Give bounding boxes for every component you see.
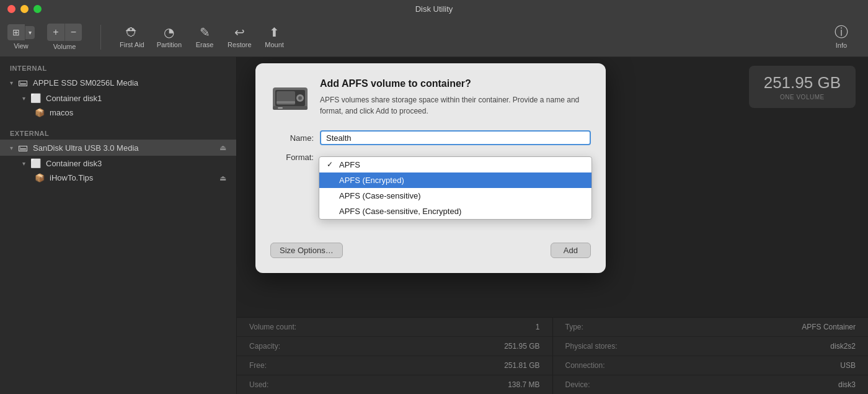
dialog-overlay: Add APFS volume to container? APFS volum… [237, 57, 868, 394]
toolbar-separator [100, 25, 101, 50]
format-option-label: APFS (Case-sensitive, Encrypted) [339, 207, 461, 216]
check-icon: ✓ [327, 160, 335, 169]
dialog-description: APFS volumes share storage space within … [320, 94, 591, 117]
drive-icon [270, 78, 310, 118]
triangle-icon: ▾ [22, 160, 25, 167]
content-area: 251.95 GB ONE VOLUME [237, 57, 868, 394]
traffic-lights [7, 5, 42, 13]
format-dropdown-menu[interactable]: ✓ APFS APFS (Encrypted) APFS (Case-sensi [319, 156, 592, 220]
format-option-apfs-encrypted[interactable]: APFS (Encrypted) [319, 172, 591, 188]
internal-section-label: Internal [0, 60, 236, 74]
mount-label: Mount [265, 41, 284, 48]
title-bar: Disk Utility [0, 0, 868, 17]
name-row: Name: [270, 130, 591, 145]
dialog-buttons: Size Options… Add [270, 243, 591, 258]
name-label: Name: [270, 133, 314, 143]
info-label: Info [836, 42, 847, 49]
sidebar-item-label: macos [50, 108, 73, 117]
add-button[interactable]: Add [551, 243, 591, 258]
add-volume-button[interactable]: + [47, 24, 64, 41]
sidebar-item-label: APPLE SSD SM0256L Media [33, 78, 138, 87]
triangle-icon: ▾ [10, 145, 13, 151]
main-area: Internal ▾ 🖴 APPLE SSD SM0256L Media ▾ ⬜… [0, 57, 868, 394]
name-input[interactable] [320, 130, 591, 145]
external-section-label: External [0, 125, 236, 140]
restore-button[interactable]: ↩ Restore [221, 22, 258, 52]
svg-point-5 [298, 96, 302, 100]
sidebar-item-container-disk3[interactable]: ▾ ⬜ Container disk3 [0, 156, 236, 171]
partition-button[interactable]: ◔ Partition [151, 22, 188, 52]
volume-icon: 📦 [35, 173, 45, 182]
add-apfs-dialog: Add APFS volume to container? APFS volum… [255, 63, 606, 273]
info-button[interactable]: ⓘ Info [825, 22, 858, 53]
sidebar-item-container-disk1[interactable]: ▾ ⬜ Container disk1 [0, 91, 236, 105]
eject-icon: ⏏ [219, 174, 226, 182]
view-icon-button[interactable]: ⊞ [7, 24, 25, 40]
format-option-label: APFS (Encrypted) [339, 176, 404, 185]
minimize-button[interactable] [20, 5, 29, 13]
mount-button[interactable]: ⬆ Mount [258, 22, 291, 52]
partition-label: Partition [157, 41, 182, 48]
volume-icon: 📦 [35, 108, 45, 117]
first-aid-icon: ⛑ [126, 26, 138, 38]
dialog-form: Name: Format: ✓ APFS [270, 130, 591, 162]
partition-icon: ◔ [164, 26, 174, 38]
first-aid-label: First Aid [120, 41, 144, 48]
info-icon: ⓘ [835, 25, 848, 39]
maximize-button[interactable] [33, 5, 42, 13]
svg-rect-7 [278, 107, 283, 109]
restore-icon: ↩ [234, 26, 245, 38]
eject-icon: ⏏ [219, 143, 226, 152]
disk-icon: 🖴 [18, 142, 28, 153]
erase-icon: ✎ [200, 26, 210, 38]
first-aid-button[interactable]: ⛑ First Aid [113, 22, 151, 52]
erase-button[interactable]: ✎ Erase [188, 22, 221, 52]
format-row: Format: ✓ APFS APFS (Encrypted) [270, 153, 591, 162]
format-label: Format: [270, 153, 314, 162]
sidebar-item-label: Container disk3 [46, 159, 102, 168]
triangle-icon: ▾ [10, 79, 13, 86]
sidebar-item-sandisk[interactable]: ▾ 🖴 SanDisk Ultra USB 3.0 Media ⏏ [0, 140, 236, 156]
sidebar: Internal ▾ 🖴 APPLE SSD SM0256L Media ▾ ⬜… [0, 57, 237, 394]
view-dropdown-button[interactable]: ▾ [25, 26, 35, 39]
window-title: Disk Utility [415, 4, 453, 14]
remove-volume-button[interactable]: − [64, 24, 82, 41]
toolbar: ⊞ ▾ View + − Volume ⛑ First Aid ◔ Partit… [0, 17, 868, 57]
view-control[interactable]: ⊞ ▾ [7, 24, 35, 40]
sidebar-item-label: SanDisk Ultra USB 3.0 Media [33, 143, 139, 153]
sidebar-item-apple-ssd[interactable]: ▾ 🖴 APPLE SSD SM0256L Media [0, 74, 236, 91]
dialog-header: Add APFS volume to container? APFS volum… [270, 78, 591, 118]
format-option-label: APFS (Case-sensitive) [339, 191, 420, 200]
view-label: View [14, 42, 29, 50]
container-icon: ⬜ [30, 158, 41, 168]
size-options-button[interactable]: Size Options… [270, 243, 343, 258]
dialog-text: Add APFS volume to container? APFS volum… [320, 78, 591, 117]
container-icon: ⬜ [30, 93, 41, 103]
format-option-apfs-case-encrypted[interactable]: APFS (Case-sensitive, Encrypted) [319, 204, 591, 219]
volume-control[interactable]: + − [47, 24, 82, 41]
sidebar-item-ihowto[interactable]: 📦 iHowTo.Tips ⏏ [0, 171, 236, 185]
erase-label: Erase [196, 41, 214, 48]
disk-icon: 🖴 [18, 77, 28, 88]
format-option-label: APFS [339, 160, 360, 169]
sidebar-item-label: iHowTo.Tips [50, 173, 93, 182]
close-button[interactable] [7, 5, 16, 13]
mount-icon: ⬆ [269, 26, 280, 38]
triangle-icon: ▾ [22, 95, 25, 102]
volume-label: Volume [53, 43, 76, 50]
dialog-title: Add APFS volume to container? [320, 78, 591, 89]
format-option-apfs[interactable]: ✓ APFS [319, 157, 591, 172]
restore-label: Restore [228, 41, 252, 48]
format-option-apfs-case[interactable]: APFS (Case-sensitive) [319, 188, 591, 204]
sidebar-item-macos[interactable]: 📦 macos [0, 105, 236, 120]
svg-rect-3 [277, 101, 295, 104]
sidebar-item-label: Container disk1 [46, 94, 102, 103]
